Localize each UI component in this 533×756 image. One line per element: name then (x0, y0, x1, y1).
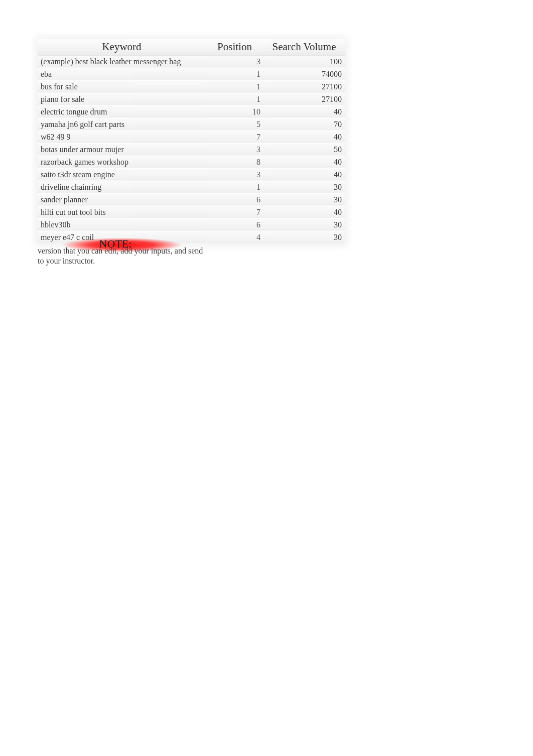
cell-keyword: saito t3dr steam engine (38, 168, 206, 181)
cell-keyword: botas under armour mujer (38, 143, 206, 156)
cell-volume: 40 (263, 131, 345, 143)
cell-keyword: (example) best black leather messenger b… (38, 55, 206, 68)
cell-volume: 40 (263, 105, 345, 118)
table-row: botas under armour mujer350 (38, 143, 345, 156)
cell-keyword: driveline chainring (38, 181, 206, 193)
cell-keyword: yamaha jn6 golf cart parts (38, 118, 206, 131)
cell-position: 6 (206, 218, 263, 231)
cell-position: 5 (206, 118, 263, 131)
table-row: electric tongue drum1040 (38, 105, 345, 118)
cell-position: 1 (206, 181, 263, 193)
cell-volume: 70 (263, 118, 345, 131)
cell-position: 3 (206, 55, 263, 68)
header-position: Position (206, 39, 263, 55)
cell-volume: 40 (263, 206, 345, 218)
cell-keyword: hilti cut out tool bits (38, 206, 206, 218)
table-row: piano for sale127100 (38, 93, 345, 105)
cell-position: 1 (206, 80, 263, 93)
cell-keyword: sander planner (38, 193, 206, 206)
cell-position: 10 (206, 105, 263, 118)
cell-keyword: piano for sale (38, 93, 206, 105)
cell-volume: 100 (263, 55, 345, 68)
table-row: driveline chainring130 (38, 181, 345, 193)
table-row: (example) best black leather messenger b… (38, 55, 345, 68)
cell-volume: 40 (263, 168, 345, 181)
cell-keyword: bus for sale (38, 80, 206, 93)
cell-keyword: w62 49 9 (38, 131, 206, 143)
keyword-table: Keyword Position Search Volume (example)… (38, 39, 345, 243)
cell-position: 3 (206, 168, 263, 181)
cell-keyword: razorback games workshop (38, 156, 206, 168)
header-keyword: Keyword (38, 39, 206, 55)
table-row: saito t3dr steam engine340 (38, 168, 345, 181)
cell-position: 6 (206, 193, 263, 206)
cell-position: 3 (206, 143, 263, 156)
table-row: sander planner630 (38, 193, 345, 206)
cell-position: 1 (206, 68, 263, 80)
table-row: razorback games workshop840 (38, 156, 345, 168)
cell-volume: 40 (263, 156, 345, 168)
cell-position: 8 (206, 156, 263, 168)
table-row: eba174000 (38, 68, 345, 80)
cell-volume: 30 (263, 193, 345, 206)
cell-volume: 74000 (263, 68, 345, 80)
header-volume: Search Volume (263, 39, 345, 55)
table-row: hblev30b630 (38, 218, 345, 231)
cell-position: 7 (206, 206, 263, 218)
note-text: version that you can edit, add your inpu… (38, 240, 208, 266)
table-row: bus for sale127100 (38, 80, 345, 93)
table-row: yamaha jn6 golf cart parts570 (38, 118, 345, 131)
cell-keyword: eba (38, 68, 206, 80)
keyword-table-container: Keyword Position Search Volume (example)… (38, 39, 345, 243)
cell-position: 1 (206, 93, 263, 105)
cell-volume: 27100 (263, 93, 345, 105)
note-area: NOTE: version that you can edit, add you… (38, 240, 208, 266)
cell-volume: 30 (263, 181, 345, 193)
cell-keyword: hblev30b (38, 218, 206, 231)
cell-volume: 50 (263, 143, 345, 156)
cell-keyword: electric tongue drum (38, 105, 206, 118)
table-header-row: Keyword Position Search Volume (38, 39, 345, 55)
cell-position: 4 (206, 231, 263, 243)
table-row: hilti cut out tool bits740 (38, 206, 345, 218)
table-row: w62 49 9740 (38, 131, 345, 143)
cell-volume: 27100 (263, 80, 345, 93)
cell-volume: 30 (263, 218, 345, 231)
cell-volume: 30 (263, 231, 345, 243)
cell-position: 7 (206, 131, 263, 143)
